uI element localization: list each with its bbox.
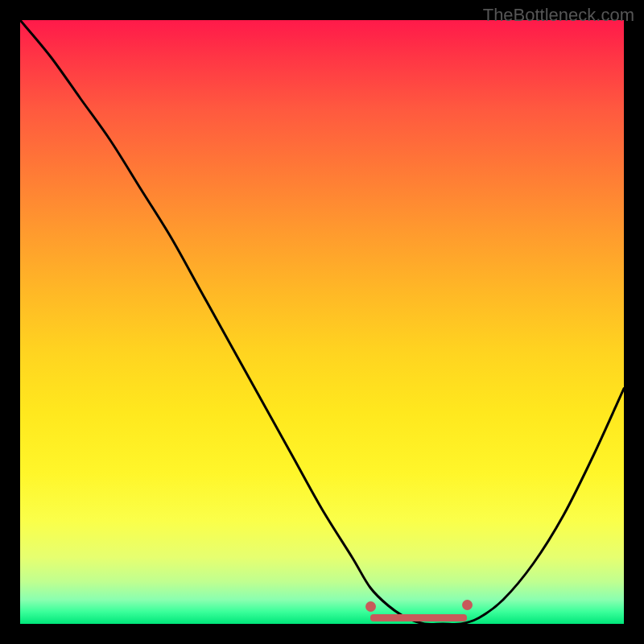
bottleneck-curve [20,20,624,624]
watermark-text: TheBottleneck.com [483,5,634,26]
optimal-bar [370,614,467,621]
optimal-dot-right [462,600,473,610]
optimal-dot-left [365,601,376,612]
plot-area [20,20,624,624]
